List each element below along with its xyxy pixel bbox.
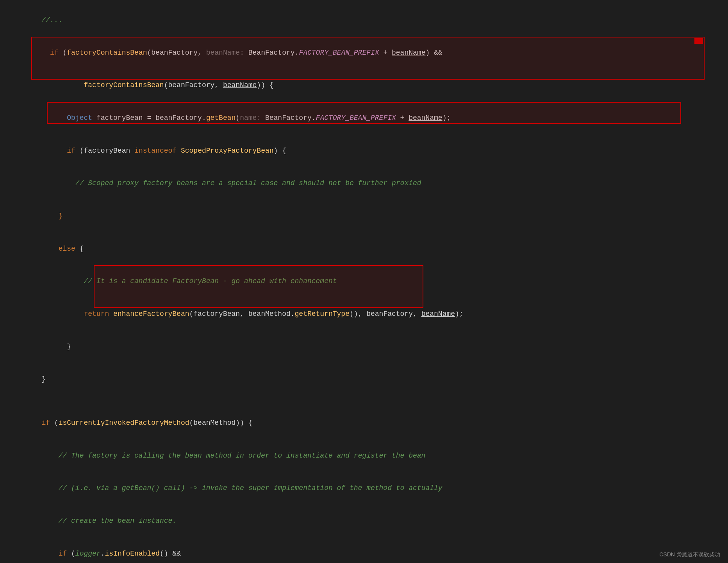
code-line: // It is a candidate FactoryBean - go ah… — [8, 265, 720, 298]
code-line: //... — [8, 4, 720, 37]
code-line: // Scoped proxy factory beans are a spec… — [8, 167, 720, 200]
code-line: if (factoryBean instanceof ScopedProxyFa… — [8, 135, 720, 167]
code-line: } — [8, 331, 720, 363]
code-line: return enhanceFactoryBean(factoryBean, b… — [8, 298, 720, 331]
code-line — [8, 396, 720, 407]
watermark-text: CSDN @魔道不误砍柴功 — [659, 551, 720, 559]
code-line: // The factory is calling the bean metho… — [8, 440, 720, 472]
code-line: if (logger.isInfoEnabled() && — [8, 538, 720, 563]
code-line: } — [8, 200, 720, 233]
code-editor: //... if (factoryContainsBean(beanFactor… — [0, 0, 728, 563]
code-line: else { — [8, 233, 720, 265]
code-line: // create the bean instance. — [8, 505, 720, 538]
comment-text: //... — [25, 16, 62, 24]
code-line: if (factoryContainsBean(beanFactory, bea… — [8, 37, 720, 69]
code-line: factoryContainsBean(beanFactory, beanNam… — [8, 69, 720, 102]
code-line: Object factoryBean = beanFactory.getBean… — [8, 102, 720, 135]
code-line: // (i.e. via a getBean() call) -> invoke… — [8, 472, 720, 505]
code-line: } — [8, 363, 720, 396]
code-line: if (isCurrentlyInvokedFactoryMethod(bean… — [8, 407, 720, 440]
